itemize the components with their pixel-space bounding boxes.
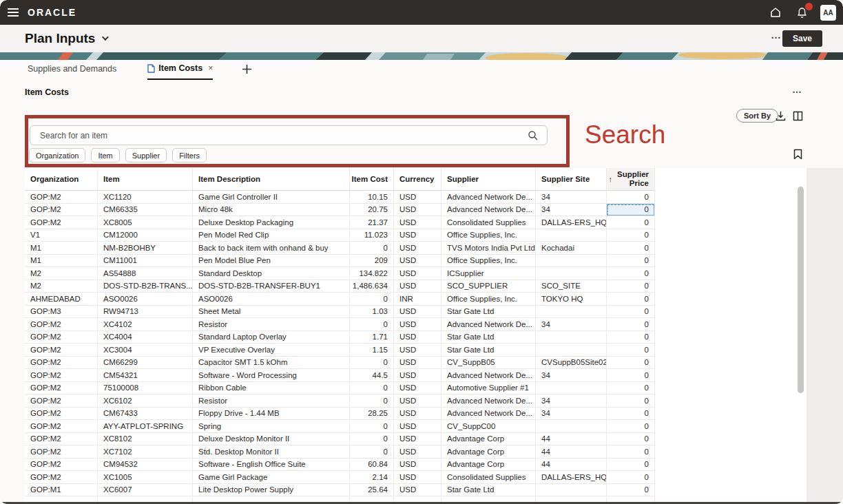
- cell-supplier-site[interactable]: TOKYO HQ: [536, 293, 607, 306]
- cell-item-description[interactable]: Lite Desktop Power Supply: [193, 484, 350, 497]
- bookmark-icon[interactable]: [793, 149, 804, 160]
- cell-supplier-site[interactable]: [536, 420, 607, 433]
- column-header-supplier[interactable]: Supplier: [441, 168, 536, 191]
- cell-item-cost[interactable]: 134.822: [350, 267, 394, 280]
- cell-supplier-site[interactable]: 34: [536, 408, 607, 421]
- cell-currency[interactable]: USD: [394, 331, 441, 344]
- cell-supplier-price[interactable]: 0: [607, 191, 655, 204]
- column-header-supplier-site[interactable]: Supplier Site: [536, 168, 607, 191]
- cell-item[interactable]: 75100008: [98, 382, 193, 395]
- cell-item-cost[interactable]: 0: [350, 357, 394, 370]
- cell-supplier-site[interactable]: DALLAS-ERS_HQ: [536, 471, 607, 484]
- cell-supplier[interactable]: CV_SuppB05: [441, 357, 536, 370]
- header-overflow-menu[interactable]: …: [771, 29, 782, 41]
- cell-item-cost[interactable]: 0: [350, 382, 394, 395]
- cell-item[interactable]: NM-B2BOHBY: [98, 242, 193, 255]
- cell-supplier-site[interactable]: 44: [536, 445, 607, 459]
- cell-item[interactable]: XC4004: [98, 331, 193, 344]
- cell-currency[interactable]: USD: [394, 306, 441, 319]
- cell-item-description[interactable]: Game Girl Package: [193, 471, 350, 484]
- cell-item-description[interactable]: Software - Word Processing: [193, 369, 350, 382]
- cell-supplier[interactable]: Star Gate Ltd: [441, 484, 536, 497]
- cell-item-description[interactable]: Micro 48k: [193, 204, 350, 217]
- column-header-organization[interactable]: Organization: [25, 168, 98, 191]
- cell-item[interactable]: XC4102: [98, 318, 193, 331]
- cell-supplier-site[interactable]: Kochadai: [536, 242, 607, 255]
- filter-chip[interactable]: Supplier: [125, 148, 167, 162]
- cell-currency[interactable]: USD: [394, 459, 441, 472]
- cell-item-cost[interactable]: 2.14: [350, 471, 394, 484]
- cell-item-cost[interactable]: 0: [350, 445, 394, 459]
- cell-item-description[interactable]: DOS-STD-B2B-TRANSFER-BUY1: [193, 280, 350, 293]
- cell-supplier[interactable]: Advantage Corp: [441, 459, 536, 472]
- cell-item-description[interactable]: VP Executive Overlay: [193, 344, 350, 357]
- tab-close-icon[interactable]: ×: [208, 63, 213, 73]
- column-header-item-cost[interactable]: Item Cost: [350, 168, 394, 191]
- cell-currency[interactable]: USD: [394, 255, 441, 268]
- cell-item[interactable]: CM12000: [98, 229, 193, 242]
- cell-supplier[interactable]: Consolidated Supplies: [441, 471, 536, 484]
- column-header-item[interactable]: Item: [98, 168, 193, 191]
- cell-currency[interactable]: USD: [394, 229, 441, 242]
- cell-currency[interactable]: USD: [394, 395, 441, 408]
- cell-supplier[interactable]: Star Gate Ltd: [441, 331, 536, 344]
- cell-supplier-price[interactable]: 0: [607, 420, 655, 433]
- cell-currency[interactable]: USD: [394, 420, 441, 433]
- cell-item-cost[interactable]: 20.75: [350, 204, 394, 217]
- cell-currency[interactable]: USD: [394, 267, 441, 280]
- cell-organization[interactable]: GOP:M2: [25, 216, 98, 229]
- save-button[interactable]: Save: [782, 30, 822, 47]
- page-title-dropdown[interactable]: Plan Inputs: [25, 31, 107, 46]
- cell-supplier[interactable]: ICSupplier: [441, 267, 536, 280]
- cell-organization[interactable]: GOP:M2: [25, 420, 98, 433]
- cell-item-description[interactable]: Software - English Office Suite: [193, 459, 350, 472]
- cell-organization[interactable]: GOP:M3: [25, 306, 98, 319]
- cell-organization[interactable]: GOP:M2: [25, 369, 98, 382]
- cell-item[interactable]: XC3004: [98, 344, 193, 357]
- cell-supplier-site[interactable]: 34: [536, 369, 607, 382]
- cell-organization[interactable]: GOP:M2: [25, 204, 98, 217]
- cell-item[interactable]: XC6007: [98, 484, 193, 497]
- cell-currency[interactable]: USD: [394, 408, 441, 421]
- column-header-supplier-price[interactable]: ↑ Supplier Price: [607, 168, 655, 191]
- cell-item[interactable]: XC8005: [98, 216, 193, 229]
- cell-currency[interactable]: USD: [394, 280, 441, 293]
- cell-supplier-price[interactable]: 0: [607, 433, 655, 446]
- tab-item-costs[interactable]: Item Costs ×: [147, 63, 213, 80]
- cell-item[interactable]: ASO0026: [98, 293, 193, 306]
- cell-supplier-price[interactable]: 0: [607, 255, 655, 268]
- cell-item[interactable]: CM11001: [98, 255, 193, 268]
- notifications-bell-icon[interactable]: [794, 5, 809, 20]
- cell-currency[interactable]: USD: [394, 445, 441, 459]
- cell-organization[interactable]: GOP:M2: [25, 331, 98, 344]
- cell-item[interactable]: XC1120: [98, 191, 193, 204]
- cell-supplier-site[interactable]: 34: [536, 204, 607, 217]
- cell-currency[interactable]: USD: [394, 382, 441, 395]
- cell-organization[interactable]: AHMEDABAD: [25, 293, 98, 306]
- cell-organization[interactable]: GOP:M1: [25, 484, 98, 497]
- cell-item-cost[interactable]: 10.15: [350, 191, 394, 204]
- cell-item-description[interactable]: Deluxe Desktop Monitor II: [193, 433, 350, 446]
- cell-organization[interactable]: GOP:M2: [25, 395, 98, 408]
- section-overflow-menu[interactable]: …: [792, 84, 803, 95]
- cell-supplier[interactable]: Consolidated Supplies: [441, 216, 536, 229]
- cell-supplier-site[interactable]: 44: [536, 433, 607, 446]
- cell-supplier-price[interactable]: 0: [607, 229, 655, 242]
- cell-item[interactable]: XC8102: [98, 433, 193, 446]
- cell-supplier-site[interactable]: [536, 267, 607, 280]
- cell-item-cost[interactable]: 0: [350, 242, 394, 255]
- cell-item-cost[interactable]: 0: [350, 420, 394, 433]
- cell-item-description[interactable]: Resistor: [193, 318, 350, 331]
- cell-item-description[interactable]: Pen Model Blue Pen: [193, 255, 350, 268]
- cell-supplier[interactable]: Advanced Network De...: [441, 204, 536, 217]
- cell-organization[interactable]: GOP:M2: [25, 344, 98, 357]
- cell-organization[interactable]: GOP:M2: [25, 459, 98, 472]
- cell-supplier[interactable]: SCO_SUPPLIER: [441, 280, 536, 293]
- home-icon[interactable]: [768, 5, 783, 20]
- cell-item-cost[interactable]: 44.5: [350, 369, 394, 382]
- cell-organization[interactable]: M1: [25, 255, 98, 268]
- cell-item[interactable]: XC6102: [98, 395, 193, 408]
- cell-supplier[interactable]: Advanced Network De...: [441, 408, 536, 421]
- cell-supplier-price[interactable]: 0: [607, 445, 655, 459]
- cell-currency[interactable]: USD: [394, 471, 441, 484]
